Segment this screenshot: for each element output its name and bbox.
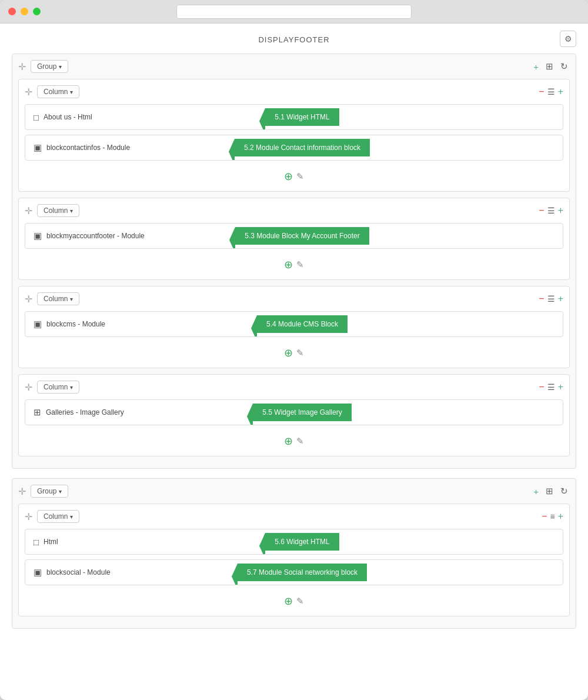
column-header-4: ✛ Column − ☰ + [25,381,563,394]
col-minus-4[interactable]: − [539,382,544,392]
group-grid-icon-1[interactable]: ⊞ [544,60,555,73]
column-block-3: ✛ Column − ☰ + ▣ blockcms - M [18,286,570,368]
module-icon-3: ▣ [34,319,42,329]
widget-badge-4[interactable]: 5.4 Module CMS Block [257,315,348,333]
group-header-2: ✛ Group + ⊞ ↻ [18,485,570,498]
column-dropdown-1[interactable]: Column [37,85,79,98]
widget-row-5: ⊞ Galleries - Image Gallery 5.5 Widget I… [25,399,563,425]
edit-widget-btn-5[interactable]: ✎ [296,596,304,606]
col-minus-1[interactable]: − [539,86,544,97]
col-plus-1[interactable]: + [558,86,563,97]
widget-row-2: ▣ blockcontactinfos - Module 5.2 Module … [25,135,563,161]
add-widget-btn-4[interactable]: ⊕ [284,435,293,448]
column-header-5: ✛ Column − ≡ + [25,510,563,523]
widget-label-6: □ Html [25,531,265,553]
group-dropdown-2[interactable]: Group [31,485,68,498]
col-list-icon-2[interactable]: ☰ [547,206,555,215]
col-plus-5[interactable]: + [558,511,563,522]
column-dropdown-4[interactable]: Column [37,381,79,394]
group-grid-icon-2[interactable]: ⊞ [544,485,555,498]
column-dropdown-5[interactable]: Column [37,510,79,523]
widget-label-5: ⊞ Galleries - Image Gallery [25,401,253,424]
add-edit-row-1: ⊕ ✎ [25,165,563,185]
column-block-1: ✛ Column − ☰ + □ About us - H [18,79,570,192]
add-widget-btn-5[interactable]: ⊕ [284,595,293,608]
edit-widget-btn-2[interactable]: ✎ [296,259,304,270]
column-dropdown-2[interactable]: Column [37,204,79,217]
html-icon-1: □ [34,112,39,122]
group-add-button-1[interactable]: + [532,61,540,73]
widget-badge-2[interactable]: 5.2 Module Contact information block [235,139,370,156]
group-header-left-2: ✛ Group [18,485,68,498]
widget-badge-1[interactable]: 5.1 Widget HTML [265,108,339,126]
col-drag-handle-4[interactable]: ✛ [25,382,32,393]
widget-row-7: ▣ blocksocial - Module 5.7 Module Social… [25,559,563,585]
col-eq-icon-5[interactable]: ≡ [550,512,554,521]
group-header-1: ✛ Group + ⊞ ↻ [18,60,570,73]
widget-row-4: ▣ blockcms - Module 5.4 Module CMS Block [25,311,563,337]
page-title-area: DISPLAYFOOTER ⚙ [12,35,576,44]
column-header-2: ✛ Column − ☰ + [25,204,563,217]
widget-badge-5[interactable]: 5.5 Widget Image Gallery [253,404,351,421]
widget-label-7: ▣ blocksocial - Module [25,561,238,584]
edit-widget-btn-1[interactable]: ✎ [296,171,304,182]
group-block-2: ✛ Group + ⊞ ↻ ✛ Column [12,478,576,629]
col-list-icon-4[interactable]: ☰ [547,382,555,392]
group-rotate-icon-2[interactable]: ↻ [559,485,570,498]
col-list-icon-3[interactable]: ☰ [547,294,555,304]
col-minus-2[interactable]: − [539,205,544,216]
widget-badge-3[interactable]: 5.3 Module Block My Account Footer [235,227,369,245]
col-plus-4[interactable]: + [558,382,563,392]
title-bar [0,0,588,24]
widget-badge-7[interactable]: 5.7 Module Social networking block [238,564,367,581]
edit-widget-btn-3[interactable]: ✎ [296,348,304,358]
edit-widget-btn-4[interactable]: ✎ [296,436,304,446]
widget-label-2: ▣ blockcontactinfos - Module [25,136,235,159]
widget-label-3: ▣ blockmyaccountfooter - Module [25,225,235,247]
widget-badge-6[interactable]: 5.6 Widget HTML [265,533,339,551]
maximize-button[interactable] [33,8,41,15]
group-header-right-1: + ⊞ ↻ [532,60,570,73]
widget-label-1: □ About us - Html [25,106,265,128]
add-edit-row-4: ⊕ ✎ [25,430,563,450]
col-plus-3[interactable]: + [558,294,563,304]
col-drag-handle-2[interactable]: ✛ [25,205,32,216]
add-edit-row-5: ⊕ ✎ [25,590,563,610]
col-drag-handle-5[interactable]: ✛ [25,511,32,522]
group-drag-handle-2[interactable]: ✛ [18,486,26,497]
group-header-right-2: + ⊞ ↻ [532,485,570,498]
col-list-icon-1[interactable]: ☰ [547,87,555,96]
html-icon-2: □ [34,537,39,547]
column-header-1: ✛ Column − ☰ + [25,85,563,98]
widget-row-6: □ Html 5.6 Widget HTML [25,529,563,555]
add-edit-row-2: ⊕ ✎ [25,254,563,274]
module-icon-4: ▣ [34,567,42,578]
column-block-4: ✛ Column − ☰ + ⊞ Galleries - [18,374,570,456]
add-widget-btn-1[interactable]: ⊕ [284,170,293,183]
add-widget-btn-2[interactable]: ⊕ [284,258,293,271]
group-dropdown-1[interactable]: Group [31,60,68,73]
module-icon-2: ▣ [34,231,42,241]
column-header-3: ✛ Column − ☰ + [25,292,563,305]
gear-button[interactable]: ⚙ [560,31,576,47]
gear-icon: ⚙ [564,34,572,44]
column-dropdown-3[interactable]: Column [37,292,79,305]
gallery-icon-1: ⊞ [34,407,41,418]
widget-label-4: ▣ blockcms - Module [25,313,257,335]
add-edit-row-3: ⊕ ✎ [25,342,563,362]
column-block-5: ✛ Column − ≡ + □ Html [18,504,570,616]
minimize-button[interactable] [21,8,28,15]
col-drag-handle-3[interactable]: ✛ [25,294,32,305]
group-drag-handle-1[interactable]: ✛ [18,61,26,72]
url-bar[interactable] [176,5,412,19]
group-add-button-2[interactable]: + [532,485,540,498]
col-minus-5[interactable]: − [542,511,547,522]
col-plus-2[interactable]: + [558,205,563,216]
widget-row-1: □ About us - Html 5.1 Widget HTML [25,104,563,130]
add-widget-btn-3[interactable]: ⊕ [284,346,293,359]
group-rotate-icon-1[interactable]: ↻ [559,60,570,73]
close-button[interactable] [8,8,16,15]
app-window: DISPLAYFOOTER ⚙ ✛ Group + ⊞ ↻ [0,0,588,700]
col-minus-3[interactable]: − [539,294,544,304]
col-drag-handle-1[interactable]: ✛ [25,86,32,98]
